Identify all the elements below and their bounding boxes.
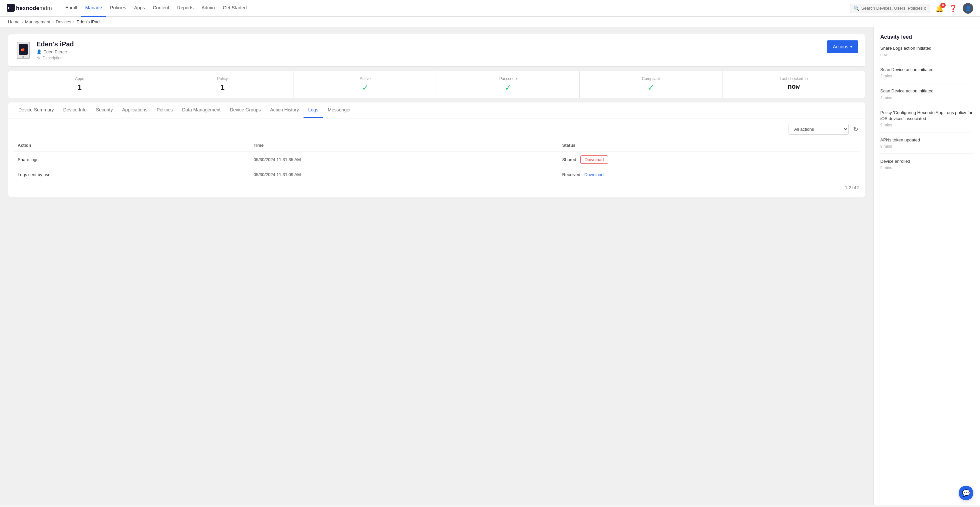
stat-passcode-label: Passcode	[444, 76, 573, 81]
nav-manage[interactable]: Manage	[81, 0, 106, 17]
chat-bubble[interactable]: 💬	[959, 486, 973, 500]
tab-data-management[interactable]: Data Management	[177, 102, 225, 118]
activity-time-6: 9 mins	[880, 165, 973, 170]
activity-sidebar: Activity feed Share Logs action initiate…	[873, 27, 980, 505]
col-status: Status	[558, 140, 859, 151]
device-title-section: 🍎 Eden's iPad 👤 Eden Pierce No Descripti…	[15, 40, 74, 60]
activity-time-4: 9 mins	[880, 123, 973, 127]
stat-policy-value: 1	[158, 83, 287, 92]
tab-security[interactable]: Security	[91, 102, 118, 118]
nav-right: 🔍 🔔 8 ❓ 👤	[850, 3, 973, 14]
content-area: 🍎 Eden's iPad 👤 Eden Pierce No Descripti…	[0, 27, 873, 505]
breadcrumb-management[interactable]: Management	[25, 19, 50, 24]
action-filter-select[interactable]: All actions Share logs Logs sent by user	[789, 124, 849, 135]
row2-download-link[interactable]: Download	[584, 172, 604, 177]
activity-time-3: 4 mins	[880, 95, 973, 100]
main-layout: 🍎 Eden's iPad 👤 Eden Pierce No Descripti…	[0, 27, 980, 505]
activity-action-5: APNs token updated	[880, 137, 973, 143]
stat-passcode: Passcode ✓	[437, 71, 580, 98]
search-input[interactable]	[861, 6, 926, 11]
tab-device-groups[interactable]: Device Groups	[225, 102, 266, 118]
nav-apps[interactable]: Apps	[130, 0, 149, 17]
col-time: Time	[250, 140, 558, 151]
activity-item-4: Policy 'Configuring Hexnode App Logs pol…	[880, 110, 973, 132]
row1-action: Share logs	[14, 151, 250, 168]
tab-applications[interactable]: Applications	[118, 102, 152, 118]
tab-device-info[interactable]: Device Info	[59, 102, 91, 118]
stat-apps: Apps 1	[8, 71, 151, 98]
device-user: Eden Pierce	[43, 49, 67, 54]
help-icon[interactable]: ❓	[949, 4, 957, 12]
row1-status-cell: Shared Download	[558, 151, 859, 168]
notification-bell[interactable]: 🔔 8	[935, 4, 943, 12]
actions-button[interactable]: Actions ▾	[827, 40, 858, 53]
nav-reports[interactable]: Reports	[173, 0, 197, 17]
svg-point-4	[22, 56, 24, 58]
activity-item-6: Device enrolled 9 mins	[880, 159, 973, 175]
nav-enroll[interactable]: Enroll	[61, 0, 81, 17]
device-info: Eden's iPad 👤 Eden Pierce No Description	[37, 40, 74, 60]
device-user-row: 👤 Eden Pierce	[37, 49, 74, 54]
table-body: Share logs 05/30/2024 11:31:35 AM Shared…	[14, 151, 859, 181]
stat-policy: Policy 1	[151, 71, 294, 98]
stat-policy-label: Policy	[158, 76, 287, 81]
tab-policies[interactable]: Policies	[152, 102, 177, 118]
device-name: Eden's iPad	[37, 40, 74, 48]
row1-download-button[interactable]: Download	[581, 156, 608, 164]
col-action: Action	[14, 140, 250, 151]
activity-feed-title: Activity feed	[880, 34, 973, 40]
stat-apps-value: 1	[15, 83, 144, 92]
avatar[interactable]: 👤	[963, 3, 973, 14]
stat-apps-label: Apps	[15, 76, 144, 81]
breadcrumb-sep-3: ›	[73, 19, 75, 24]
device-icon: 🍎	[15, 40, 32, 60]
chat-icon: 💬	[962, 489, 970, 497]
svg-text:🍎: 🍎	[21, 48, 25, 52]
stat-last-checked-label: Last checked-in	[729, 76, 858, 81]
stat-active-label: Active	[301, 76, 430, 81]
logo[interactable]: H hexnode mdm	[7, 4, 52, 13]
activity-action-6: Device enrolled	[880, 159, 973, 164]
nav-content[interactable]: Content	[149, 0, 173, 17]
search-icon: 🔍	[854, 6, 859, 11]
actions-dropdown-icon: ▾	[850, 45, 852, 49]
actions-label: Actions	[833, 44, 848, 49]
nav-policies[interactable]: Policies	[106, 0, 130, 17]
device-description: No Description	[37, 56, 74, 60]
notification-badge: 8	[940, 3, 946, 8]
row2-status-cell: Received Download	[558, 168, 859, 181]
tab-messenger[interactable]: Messenger	[323, 102, 355, 118]
breadcrumb-sep-1: ›	[22, 19, 23, 24]
row1-time: 05/30/2024 11:31:35 AM	[250, 151, 558, 168]
stat-last-checked-value: now	[729, 83, 858, 91]
activity-item-1: Share Logs action initiated now	[880, 45, 973, 62]
activity-time-5: 9 mins	[880, 144, 973, 149]
tab-logs[interactable]: Logs	[304, 102, 323, 118]
nav-admin[interactable]: Admin	[197, 0, 219, 17]
activity-time-2: 2 mins	[880, 74, 973, 78]
breadcrumb-devices[interactable]: Devices	[56, 19, 71, 24]
nav-get-started[interactable]: Get Started	[219, 0, 251, 17]
activity-action-4: Policy 'Configuring Hexnode App Logs pol…	[880, 110, 973, 122]
user-icon: 👤	[37, 49, 42, 54]
stat-compliant-label: Compliant	[586, 76, 716, 81]
breadcrumb-home[interactable]: Home	[8, 19, 20, 24]
activity-item-5: APNs token updated 9 mins	[880, 137, 973, 154]
top-nav: H hexnode mdm Enroll Manage Policies App…	[0, 0, 980, 17]
stat-active-value: ✓	[301, 83, 430, 92]
tab-action-history[interactable]: Action History	[266, 102, 304, 118]
nav-items: Enroll Manage Policies Apps Content Repo…	[61, 0, 850, 17]
table-row: Logs sent by user 05/30/2024 11:31:09 AM…	[14, 168, 859, 181]
tab-device-summary[interactable]: Device Summary	[14, 102, 59, 118]
search-bar[interactable]: 🔍	[850, 4, 930, 13]
refresh-button[interactable]: ↻	[852, 124, 859, 134]
logo-mdm: mdm	[39, 5, 52, 12]
row2-status: Received	[562, 172, 581, 177]
tabs-container: Device Summary Device Info Security Appl…	[8, 102, 865, 197]
stat-compliant: Compliant ✓	[580, 71, 722, 98]
activity-action-3: Scan Device action initiated	[880, 88, 973, 94]
stats-row: Apps 1 Policy 1 Active ✓ Passcode ✓ Comp…	[8, 71, 865, 98]
pagination: 1-2 of 2	[14, 181, 859, 191]
breadcrumb: Home › Management › Devices › Eden's iPa…	[0, 17, 980, 27]
table-row: Share logs 05/30/2024 11:31:35 AM Shared…	[14, 151, 859, 168]
